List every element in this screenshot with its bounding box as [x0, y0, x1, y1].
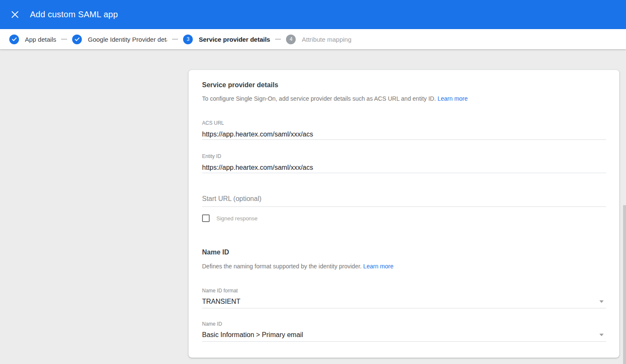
step-4-circle: 4: [286, 35, 296, 44]
step-separator: [275, 39, 281, 40]
start-url-field: [202, 195, 606, 207]
card-heading: Service provider details: [202, 81, 278, 89]
name-id-value: Basic Information > Primary email: [202, 331, 303, 339]
step-2-label: Google Identity Provider details: [88, 36, 167, 43]
signed-response-checkbox[interactable]: [202, 214, 210, 222]
app-bar: Add custom SAML app: [0, 0, 626, 29]
name-id-format-select[interactable]: Name ID format TRANSIENT: [202, 288, 606, 308]
close-button[interactable]: [9, 9, 21, 21]
name-id-description: Defines the naming format supported by t…: [202, 263, 394, 270]
name-id-learn-more-link[interactable]: Learn more: [363, 263, 394, 270]
vertical-scrollbar-thumb[interactable]: [623, 205, 626, 364]
name-id-label: Name ID: [202, 321, 606, 327]
entity-id-label: Entity ID: [202, 153, 606, 159]
dialog-title: Add custom SAML app: [30, 10, 118, 19]
step-separator: [61, 39, 67, 40]
acs-url-label: ACS URL: [202, 120, 606, 126]
step-attribute-mapping[interactable]: 4 Attribute mapping: [286, 35, 351, 44]
name-id-select[interactable]: Name ID Basic Information > Primary emai…: [202, 321, 606, 342]
step-4-number: 4: [290, 36, 293, 42]
step-google-idp-details[interactable]: Google Identity Provider details: [72, 35, 167, 44]
step-4-label: Attribute mapping: [302, 36, 351, 43]
learn-more-link[interactable]: Learn more: [437, 95, 468, 102]
check-icon: [75, 37, 80, 41]
dropdown-arrow-icon: [599, 300, 604, 303]
check-icon: [12, 37, 17, 41]
name-id-format-label: Name ID format: [202, 288, 606, 294]
name-id-format-value-row: TRANSIENT: [202, 297, 606, 306]
name-id-heading: Name ID: [202, 249, 229, 256]
acs-url-field: ACS URL: [202, 120, 606, 140]
step-2-circle: [72, 35, 82, 44]
step-3-label: Service provider details: [199, 36, 270, 43]
step-service-provider-details[interactable]: 3 Service provider details: [183, 35, 270, 44]
stepper-bar: App details Google Identity Provider det…: [0, 29, 626, 49]
page-content: Service provider details To configure Si…: [0, 49, 626, 364]
signed-response-label: Signed response: [216, 215, 258, 222]
step-3-number: 3: [186, 36, 189, 42]
card-description-text: To configure Single Sign-On, add service…: [202, 95, 436, 102]
step-1-circle: [9, 35, 19, 44]
name-id-value-row: Basic Information > Primary email: [202, 331, 606, 339]
acs-url-input[interactable]: [202, 130, 606, 139]
step-separator: [172, 39, 178, 40]
entity-id-field: Entity ID: [202, 153, 606, 173]
step-app-details[interactable]: App details: [9, 35, 56, 44]
dropdown-arrow-icon: [599, 334, 604, 336]
service-provider-details-card: Service provider details To configure Si…: [189, 70, 619, 358]
start-url-input[interactable]: [202, 195, 606, 203]
step-3-circle: 3: [183, 35, 193, 44]
step-1-label: App details: [25, 36, 56, 43]
name-id-description-text: Defines the naming format supported by t…: [202, 263, 362, 270]
name-id-format-value: TRANSIENT: [202, 297, 240, 306]
signed-response-row: Signed response: [202, 214, 258, 222]
card-description: To configure Single Sign-On, add service…: [202, 95, 468, 102]
close-icon: [11, 11, 19, 19]
entity-id-input[interactable]: [202, 163, 606, 172]
